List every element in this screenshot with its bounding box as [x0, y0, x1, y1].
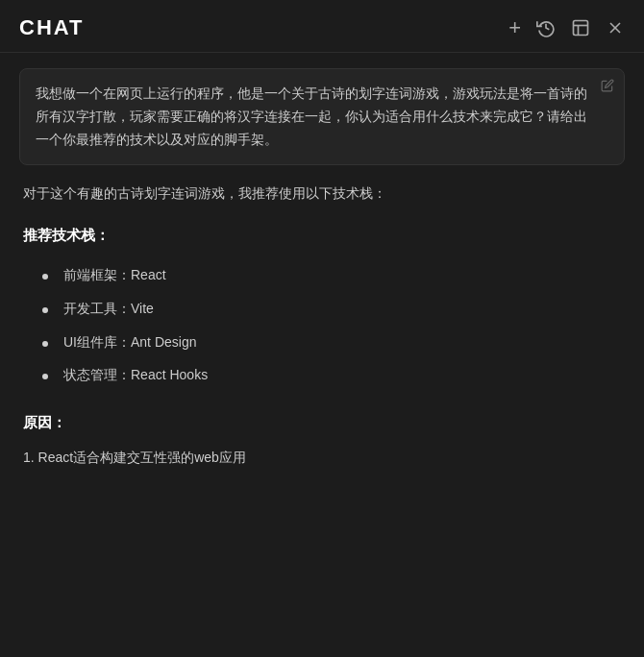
bullet-dot [42, 374, 48, 379]
chat-title: CHAT [19, 15, 84, 40]
app-container: CHAT + [0, 0, 644, 657]
svg-rect-0 [574, 21, 588, 36]
bullet-dot [42, 341, 48, 347]
reason-title: 原因： [23, 409, 621, 437]
item-label: UI组件库： [63, 329, 131, 355]
history-icon[interactable] [536, 18, 556, 37]
list-item: 前端框架： React [23, 258, 621, 292]
layout-icon[interactable] [571, 18, 590, 37]
bullet-dot [42, 274, 48, 280]
list-item: UI组件库： Ant Design [23, 326, 621, 359]
list-item: 状态管理： React Hooks [23, 358, 621, 392]
stack-title: 推荐技术栈： [23, 222, 621, 250]
item-value: React [131, 262, 166, 288]
edit-message-icon[interactable] [601, 79, 614, 95]
assistant-response: 对于这个有趣的古诗划字连词游戏，我推荐使用以下技术栈： 推荐技术栈： 前端框架：… [19, 181, 625, 472]
stack-list: 前端框架： React 开发工具： Vite UI组件库： Ant Design… [23, 258, 621, 391]
response-intro: 对于这个有趣的古诗划字连词游戏，我推荐使用以下技术栈： [23, 181, 621, 207]
bullet-dot [42, 307, 48, 313]
reason-item-1: 1. React适合构建交互性强的web应用 [23, 444, 621, 472]
item-value: Vite [131, 296, 154, 322]
close-icon[interactable] [606, 18, 625, 37]
item-label: 前端框架： [63, 262, 131, 288]
list-item: 开发工具： Vite [23, 292, 621, 326]
item-label: 开发工具： [63, 296, 131, 322]
user-message-text: 我想做一个在网页上运行的程序，他是一个关于古诗的划字连词游戏，游戏玩法是将一首诗… [36, 83, 589, 151]
item-label: 状态管理： [63, 362, 131, 388]
header-actions: + [508, 17, 625, 38]
header: CHAT + [0, 0, 644, 53]
chat-body: 我想做一个在网页上运行的程序，他是一个关于古诗的划字连词游戏，游戏玩法是将一首诗… [0, 53, 644, 657]
user-message-bubble: 我想做一个在网页上运行的程序，他是一个关于古诗的划字连词游戏，游戏玩法是将一首诗… [19, 68, 625, 165]
item-value: React Hooks [131, 362, 208, 388]
item-value: Ant Design [131, 329, 196, 355]
new-chat-button[interactable]: + [508, 17, 521, 38]
